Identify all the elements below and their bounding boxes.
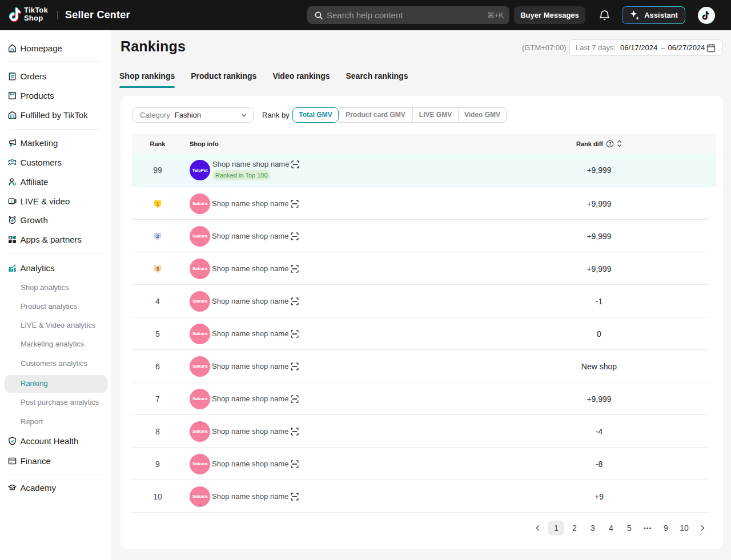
svg-text:1: 1 [156,201,159,207]
svg-text:2: 2 [156,233,159,239]
svg-text:3: 3 [156,266,159,272]
